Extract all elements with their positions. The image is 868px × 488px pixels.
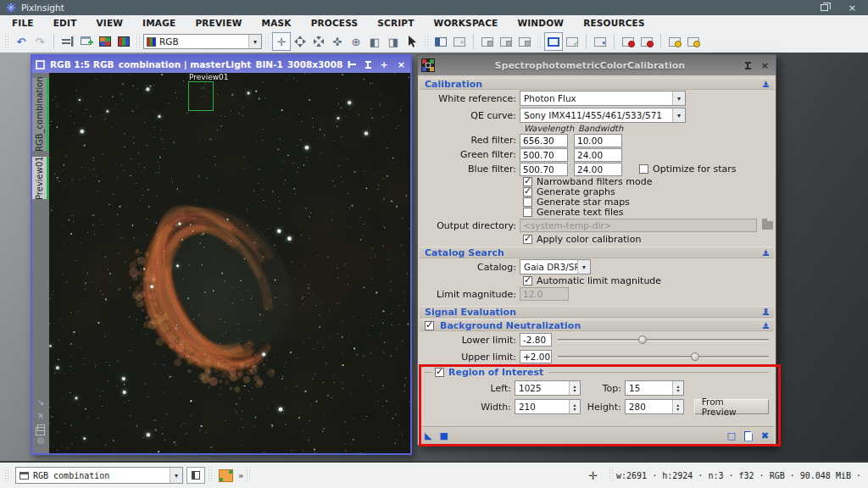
limit-magnitude-field[interactable]: 12.0 <box>520 287 569 301</box>
hide-panel-icon[interactable] <box>450 32 469 51</box>
statusbar-grip[interactable] <box>4 468 9 483</box>
upper-limit-field[interactable]: +2.00 <box>520 350 552 363</box>
collapse-section-icon[interactable] <box>763 80 769 87</box>
starfield-image[interactable] <box>49 73 410 453</box>
green-wavelength-field[interactable]: 500.70 <box>520 148 568 162</box>
redo-icon[interactable]: ↷ <box>31 32 49 51</box>
blue-bandwidth-field[interactable]: 24.00 <box>574 163 622 176</box>
menu-mask[interactable]: MASK <box>262 18 292 28</box>
generate-star-maps-checkbox[interactable] <box>523 197 532 207</box>
send-to-workspace-icon[interactable] <box>591 32 609 51</box>
new-view-button[interactable] <box>186 467 205 484</box>
roi-width-spinner[interactable]: 210 ▴▾ <box>515 399 581 414</box>
red-wavelength-field[interactable]: 656.30 <box>520 134 568 147</box>
background-neutralization-checkbox[interactable] <box>425 321 434 330</box>
view-selector[interactable]: RGB_combination ▾ <box>15 467 183 484</box>
purge-windows-icon[interactable] <box>665 32 684 51</box>
target-circle-icon[interactable]: ◎ <box>37 435 45 445</box>
track-view-icon[interactable]: ✛ <box>272 32 291 51</box>
close-icon[interactable]: × <box>849 3 856 14</box>
menu-view[interactable]: VIEW <box>97 18 124 28</box>
workspace-3-icon[interactable] <box>515 32 534 51</box>
red-bandwidth-field[interactable]: 10.00 <box>574 134 622 147</box>
validate-windows-icon[interactable] <box>563 32 581 51</box>
blue-wavelength-field[interactable]: 500.70 <box>520 163 568 176</box>
lower-limit-slider[interactable] <box>558 336 769 344</box>
spinner-arrows-icon[interactable]: ▴▾ <box>672 381 683 395</box>
track-view-toggle-icon[interactable]: □ <box>726 430 735 441</box>
section-calibration[interactable]: Calibration <box>420 78 774 90</box>
overflow-icon[interactable]: » <box>238 471 243 480</box>
select-cursor-icon[interactable] <box>403 32 421 51</box>
diag-arrow-icon[interactable]: ↘ <box>37 397 44 407</box>
qe-curve-select[interactable]: Sony IMX411/455/461/533/571 ▾ <box>520 108 686 123</box>
reset-icon[interactable]: ✖ <box>761 430 769 441</box>
toolbar-grip[interactable] <box>136 34 141 49</box>
fit-window-icon[interactable]: × <box>37 411 44 420</box>
preview01-rect[interactable] <box>188 81 214 111</box>
shade-icon[interactable] <box>745 62 751 69</box>
section-signal-evaluation[interactable]: Signal Evaluation <box>420 306 774 318</box>
close-icon[interactable]: × <box>398 59 405 70</box>
workspace-swatch-icon[interactable] <box>219 469 233 482</box>
output-directory-field[interactable]: <system-temp-dir> <box>520 219 757 232</box>
split-screen-left-icon[interactable]: ◧ <box>365 32 384 51</box>
contract-view-icon[interactable] <box>309 32 328 51</box>
browse-folder-icon[interactable] <box>762 221 773 230</box>
expand-view-icon[interactable] <box>291 32 309 51</box>
shade-icon[interactable] <box>365 61 371 69</box>
roi-top-spinner[interactable]: 15 ▴▾ <box>625 380 684 396</box>
workspace-2-icon[interactable] <box>497 32 515 51</box>
section-catalog-search[interactable]: Catalog Search <box>420 247 774 258</box>
expand-section-icon[interactable] <box>763 308 769 315</box>
show-desktop-icon[interactable] <box>544 32 563 51</box>
section-background-neutralization[interactable]: Background Neutralization <box>420 319 774 331</box>
lower-limit-field[interactable]: -2.80 <box>520 333 552 347</box>
color-image-icon[interactable] <box>96 32 114 51</box>
roi-left-spinner[interactable]: 1025 ▴▾ <box>515 380 581 396</box>
generate-text-files-checkbox[interactable] <box>523 208 532 217</box>
browse-documentation-icon[interactable] <box>744 431 753 441</box>
spinner-arrows-icon[interactable]: ▴▾ <box>569 400 580 413</box>
cascade-icon[interactable] <box>37 424 45 431</box>
region-of-interest-checkbox[interactable] <box>435 368 444 377</box>
split-screen-right-icon[interactable]: ◨ <box>384 32 403 51</box>
statusbar-grip[interactable] <box>609 468 614 483</box>
close-all-windows-icon[interactable] <box>619 32 637 51</box>
pan-mode-icon[interactable]: ✜ <box>328 32 347 51</box>
toolbar-grip[interactable] <box>4 34 9 49</box>
undo-icon[interactable]: ↶ <box>12 32 31 51</box>
menu-process[interactable]: PROCESS <box>311 18 359 28</box>
workspace-1-icon[interactable] <box>478 32 497 51</box>
apply-global-icon[interactable]: ◣ <box>425 430 431 441</box>
optimize-for-stars-checkbox[interactable] <box>639 164 648 174</box>
menu-script[interactable]: SCRIPT <box>377 18 414 28</box>
image-window-titlebar[interactable]: RGB 1:5 RGB_combination | masterLight_BI… <box>32 56 410 73</box>
apply-color-calibration-checkbox[interactable] <box>523 235 532 244</box>
collapse-section-icon[interactable] <box>763 249 769 256</box>
catalog-select[interactable]: Gaia DR3/SP ▾ <box>520 259 591 274</box>
center-view-icon[interactable]: ⊕ <box>347 32 365 51</box>
new-instance-icon[interactable]: ■ <box>439 430 448 441</box>
from-preview-button[interactable]: From Preview <box>694 399 769 414</box>
statusbar-grip[interactable] <box>246 468 251 483</box>
upper-limit-slider[interactable] <box>558 352 769 361</box>
spinner-arrows-icon[interactable]: ▴▾ <box>569 381 580 395</box>
close-icon[interactable]: × <box>761 60 769 71</box>
menu-preview[interactable]: PREVIEW <box>195 18 242 28</box>
collapse-section-icon[interactable] <box>763 322 769 329</box>
menu-image[interactable]: IMAGE <box>142 18 175 28</box>
tab-rgb-combination[interactable]: RGB_combination <box>32 78 49 151</box>
menu-resources[interactable]: RESOURCES <box>583 18 645 28</box>
menu-workspace[interactable]: WORKSPACE <box>434 18 498 28</box>
rgb-channels-icon[interactable] <box>114 32 133 51</box>
minimize-icon[interactable] <box>350 64 356 65</box>
restore-windows-icon[interactable] <box>684 32 703 51</box>
menu-edit[interactable]: EDIT <box>53 18 77 28</box>
spcc-dialog-titlebar[interactable]: SpectrophotometricColorCalibration × <box>418 55 776 75</box>
spinner-arrows-icon[interactable]: ▴▾ <box>672 400 683 413</box>
new-image-window-icon[interactable] <box>77 32 96 51</box>
automatic-limit-checkbox[interactable] <box>523 276 532 286</box>
statusbar-grip[interactable] <box>208 468 213 483</box>
tab-preview01[interactable]: Preview01 <box>32 157 49 199</box>
